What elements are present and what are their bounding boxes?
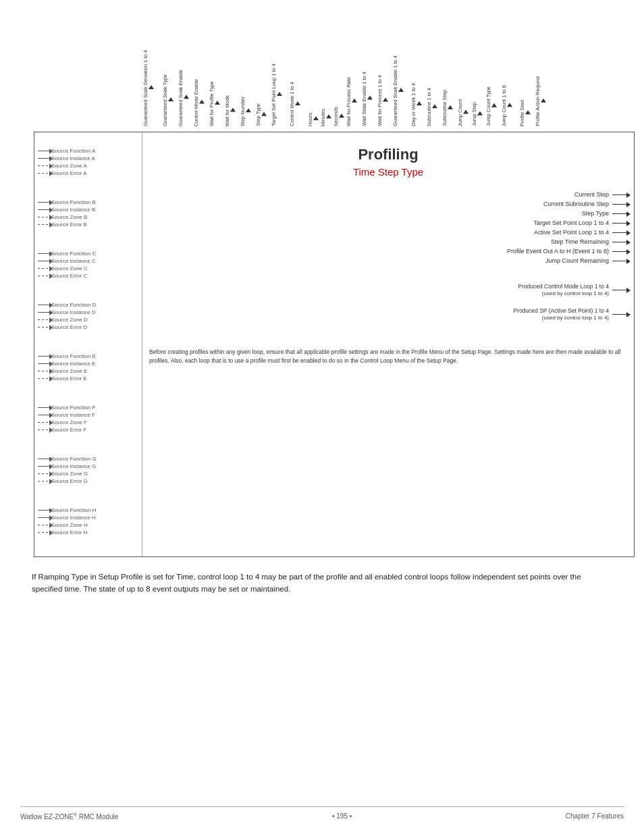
- dashed-arrow-icon: [38, 217, 50, 217]
- arrow-down-icon: [149, 85, 154, 89]
- output-label: Produced SP (Active Set Point) 1 to 4 (u…: [513, 307, 609, 321]
- footer: Watlow EZ-ZONE® RMC Module • 195 • Chapt…: [20, 806, 624, 820]
- arrow-right-icon: [38, 356, 50, 357]
- center-right-content: Profiling Time Step Type Current Step Cu…: [142, 132, 634, 556]
- output-produced-sp: Produced SP (Active Set Point) 1 to 4 (u…: [149, 307, 627, 321]
- input-row-a4: Source Error A: [38, 170, 138, 176]
- dashed-arrow-icon: [38, 422, 50, 423]
- dashed-arrow-icon: [38, 173, 50, 174]
- arrow-right-icon: [38, 312, 50, 313]
- arrow-right-icon: [38, 517, 50, 518]
- arrow-down-icon: [339, 113, 344, 118]
- input-row-g4: Source Error G: [38, 478, 138, 484]
- col-header-wait-process: Wait for Process 1 to 4: [377, 72, 392, 126]
- time-step-type-label: Time Step Type: [149, 166, 627, 178]
- output-jump-count: Jump Count Remaining: [149, 257, 627, 264]
- input-row-b3: Source Zone B: [38, 214, 138, 220]
- input-row-h1: Source Function H: [38, 507, 138, 513]
- col-header-guaranteed-soak-type: Guaranteed Soak Type: [162, 72, 177, 126]
- arrow-down-icon: [246, 108, 251, 112]
- output-arrow-icon: [612, 251, 627, 252]
- arrow-down-icon: [417, 101, 422, 105]
- input-row-e1: Source Function E: [38, 353, 138, 359]
- col-header-profile-action: Profile Action Request: [535, 74, 552, 126]
- output-arrow-icon: [612, 261, 627, 261]
- arrow-down-icon: [367, 96, 373, 100]
- arrow-right-icon: [38, 407, 50, 408]
- output-arrow-icon: [612, 204, 627, 205]
- output-label: Current Subroutine Step: [543, 201, 609, 207]
- col-header-day-of-week: Day or Week 1 to 4: [410, 80, 425, 126]
- bottom-note: Before creating profiles within any give…: [149, 341, 627, 365]
- arrow-down-icon: [326, 114, 331, 118]
- input-row-g1: Source Function G: [38, 456, 138, 462]
- input-row-a3: Source Zone A: [38, 163, 138, 169]
- input-row-b1: Source Function B: [38, 199, 138, 205]
- input-row-b2: Source Instance B: [38, 207, 138, 213]
- input-row-g2: Source Instance G: [38, 463, 138, 469]
- description-paragraph: If Ramping Type in Setup Profile is set …: [32, 571, 612, 596]
- input-row-c3: Source Zone C: [38, 265, 138, 271]
- output-current-step: Current Step: [149, 191, 627, 198]
- col-header-jump-step: Jump Step: [471, 99, 485, 126]
- column-headers-area: Guaranteed Soak Deviation 1 to 4 Guarant…: [34, 20, 635, 132]
- input-row-e2: Source Instance E: [38, 361, 138, 367]
- col-header-wait-state-enable: Wait State Enable 1 to 4: [361, 69, 376, 126]
- input-group-h: Source Function H Source Instance H Sour…: [38, 507, 138, 537]
- output-target-sp: Target Set Point Loop 1 to 4: [149, 219, 627, 226]
- arrow-down-icon: [215, 101, 220, 105]
- arrow-right-icon: [38, 209, 50, 210]
- footer-left: Watlow EZ-ZONE® RMC Module: [20, 812, 118, 820]
- col-header-step-number: Step Number: [240, 94, 254, 126]
- diagram-box: Source Function A Source Instance A Sour…: [34, 132, 635, 557]
- dashed-arrow-icon: [38, 224, 50, 225]
- col-header-wait-process-rate: Wait for Process Rate: [346, 74, 360, 126]
- col-header-hours: Hours: [307, 110, 319, 126]
- column-headers-row: Guaranteed Soak Deviation 1 to 4 Guarant…: [34, 47, 635, 126]
- input-row-g3: Source Zone G: [38, 471, 138, 477]
- output-arrow-icon: [612, 194, 627, 195]
- col-header-gsoak-enable-1to4: Guaranteed Soak Enable 1 to 4: [392, 53, 410, 126]
- input-row-d4: Source Error D: [38, 324, 138, 330]
- dashed-arrow-icon: [38, 319, 50, 320]
- input-row-f4: Source Error F: [38, 427, 138, 433]
- arrow-down-icon: [313, 117, 319, 121]
- arrow-down-icon: [463, 109, 468, 113]
- arrow-right-icon: [38, 151, 50, 151]
- right-outputs: Current Step Current Subroutine Step Ste…: [149, 191, 627, 321]
- dashed-arrow-icon: [38, 481, 50, 481]
- col-header-guaranteed-soak-enable: Guaranteed Soak Enable: [178, 67, 192, 126]
- arrow-down-icon: [491, 103, 497, 107]
- input-row-f1: Source Function F: [38, 405, 138, 411]
- col-header-subroutine: Subroutine 1 to 4: [426, 85, 441, 126]
- arrow-down-icon: [525, 110, 531, 114]
- dashed-arrow-icon: [38, 165, 50, 166]
- dashed-arrow-icon: [38, 371, 50, 371]
- output-step-type: Step Type: [149, 210, 627, 217]
- input-group-b: Source Function B Source Instance B Sour…: [38, 199, 138, 229]
- input-group-f: Source Function F Source Instance F Sour…: [38, 405, 138, 434]
- dashed-arrow-icon: [38, 268, 50, 269]
- input-group-a: Source Function A Source Instance A Sour…: [38, 148, 138, 178]
- arrow-down-icon: [477, 111, 483, 115]
- input-row-d3: Source Zone D: [38, 317, 138, 323]
- dashed-arrow-icon: [38, 429, 50, 430]
- arrow-down-icon: [261, 112, 267, 116]
- col-header-wait-profile-type: Wait for Profile Type: [209, 78, 223, 126]
- col-header-wait-mode: Wait for Mode: [224, 93, 239, 126]
- input-row-c2: Source Instance C: [38, 258, 138, 264]
- output-arrow-icon: [612, 290, 627, 290]
- input-row-d2: Source Instance D: [38, 309, 138, 315]
- input-row-f2: Source Instance F: [38, 412, 138, 418]
- input-row-h4: Source Error H: [38, 529, 138, 536]
- arrow-right-icon: [38, 510, 50, 511]
- output-label: Target Set Point Loop 1 to 4: [533, 219, 609, 226]
- arrow-down-icon: [398, 88, 404, 92]
- col-header-seconds: Seconds: [333, 104, 345, 126]
- arrow-down-icon: [277, 92, 282, 96]
- output-label: Profile Event Out A to H (Event 1 to 8): [507, 248, 609, 255]
- arrow-down-icon: [448, 105, 453, 109]
- output-label: Step Time Remaining: [551, 238, 609, 245]
- diagram-section: Guaranteed Soak Deviation 1 to 4 Guarant…: [34, 20, 624, 557]
- input-row-a2: Source Instance A: [38, 155, 138, 161]
